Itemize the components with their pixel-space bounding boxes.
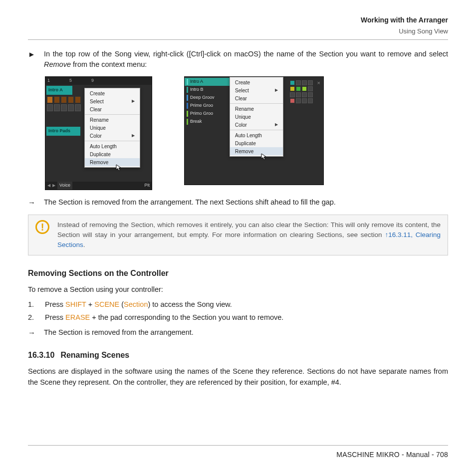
info-icon: !	[35, 220, 49, 234]
menu-item-rename[interactable]: Rename	[85, 116, 140, 124]
step-text: In the top row of the Song view, right-c…	[44, 49, 448, 71]
info-note: ! Instead of removing the Section, which…	[28, 215, 448, 256]
numbered-steps: 1. Press SHIFT + SCENE (Section) to acce…	[28, 299, 448, 323]
step-1: 1. Press SHIFT + SCENE (Section) to acce…	[28, 299, 448, 310]
result-text-2: The Section is removed from the arrangem…	[44, 327, 448, 339]
header-rule	[28, 39, 448, 40]
submenu-arrow-icon: ▶	[275, 122, 278, 128]
menu-item-color[interactable]: Color▶	[230, 121, 283, 129]
menu-item-create[interactable]: Create	[230, 78, 283, 86]
result-text: The Section is removed from the arrangem…	[44, 197, 448, 209]
intro-text: To remove a Section using your controlle…	[28, 284, 448, 295]
ruler: 1 5 9	[45, 77, 152, 85]
submenu-arrow-icon: ▶	[275, 87, 278, 93]
submenu-arrow-icon: ▶	[132, 133, 135, 139]
cursor-icon	[116, 164, 122, 171]
menu-item-remove[interactable]: Remove	[230, 147, 283, 155]
pad-grid	[289, 80, 313, 104]
scene-row[interactable]: Prime Groo	[185, 102, 230, 110]
section-label-intro-a[interactable]: Intro A	[46, 87, 63, 94]
screenshot-arranger: 1 5 9 Intro A Intro Pads ◀ ▶ Voice Pit C…	[45, 76, 152, 190]
key-section: Section	[124, 300, 148, 308]
heading-renaming-scenes: 16.3.10Renaming Scenes	[28, 349, 448, 361]
voice-label[interactable]: Voice	[57, 182, 72, 190]
scene-row[interactable]: Intro A	[185, 78, 230, 86]
scene-list: Intro A Intro B Deep Groov Prime Groo Pr…	[185, 77, 230, 127]
page-header: Working with the Arranger Using Song Vie…	[28, 15, 448, 36]
scene-row[interactable]: Break	[185, 118, 230, 126]
menu-item-select[interactable]: Select▶	[85, 97, 140, 105]
play-icon[interactable]: ▶	[52, 183, 55, 189]
menu-item-duplicate[interactable]: Duplicate	[230, 139, 283, 147]
menu-item-clear[interactable]: Clear	[230, 94, 283, 102]
menu-item-create[interactable]: Create	[85, 89, 140, 97]
arrow-icon: →	[28, 327, 44, 339]
key-erase: ERASE	[65, 313, 90, 321]
menu-item-select[interactable]: Select▶	[230, 86, 283, 94]
result-block: → The Section is removed from the arrang…	[28, 197, 448, 209]
nav-left-icon[interactable]: ◀	[47, 183, 50, 189]
note-text: Instead of removing the Section, which r…	[57, 220, 441, 250]
page-footer: MASCHINE MIKRO - Manual - 708	[28, 435, 448, 460]
context-menu[interactable]: Create Select▶ Clear Rename Unique Color…	[84, 88, 140, 168]
menu-item-unique[interactable]: Unique	[85, 124, 140, 132]
section-label-intro-pads[interactable]: Intro Pads	[46, 128, 70, 135]
bottom-bar: ◀ ▶ Voice Pit	[45, 182, 152, 190]
result-block-2: → The Section is removed from the arrang…	[28, 327, 448, 339]
instruction-step: ► In the top row of the Song view, right…	[28, 49, 448, 71]
menu-item-remove[interactable]: Remove	[85, 158, 140, 166]
scene-row[interactable]: Primo Groo	[185, 110, 230, 118]
context-menu[interactable]: Create Select▶ Clear Rename Unique Color…	[230, 77, 283, 157]
step-2: 2. Press ERASE + the pad corresponding t…	[28, 312, 448, 323]
menu-item-autolength[interactable]: Auto Length	[230, 131, 283, 139]
header-title: Working with the Arranger	[28, 15, 448, 25]
cursor-icon	[261, 153, 267, 160]
menu-item-unique[interactable]: Unique	[230, 113, 283, 121]
scene-row[interactable]: Intro B	[185, 86, 230, 94]
menu-item-rename[interactable]: Rename	[230, 105, 283, 113]
menu-item-color[interactable]: Color▶	[85, 132, 140, 140]
menu-item-clear[interactable]: Clear	[85, 105, 140, 113]
screenshot-scenelist: × Intro A Intro B Deep Groov Prime Groo …	[184, 76, 324, 185]
menu-item-autolength[interactable]: Auto Length	[85, 142, 140, 150]
key-shift: SHIFT	[65, 300, 86, 308]
arrow-icon: →	[28, 197, 44, 209]
step-bullet-icon: ►	[28, 49, 44, 71]
renaming-paragraph: Sections are displayed in the software u…	[28, 366, 448, 388]
screenshots-row: 1 5 9 Intro A Intro Pads ◀ ▶ Voice Pit C…	[45, 76, 448, 190]
header-subtitle: Using Song View	[28, 26, 448, 36]
submenu-arrow-icon: ▶	[132, 98, 135, 104]
scene-row[interactable]: Deep Groov	[185, 94, 230, 102]
heading-removing-controller: Removing Sections on the Controller	[28, 267, 448, 279]
menu-item-duplicate[interactable]: Duplicate	[85, 150, 140, 158]
key-scene: SCENE	[94, 300, 119, 308]
